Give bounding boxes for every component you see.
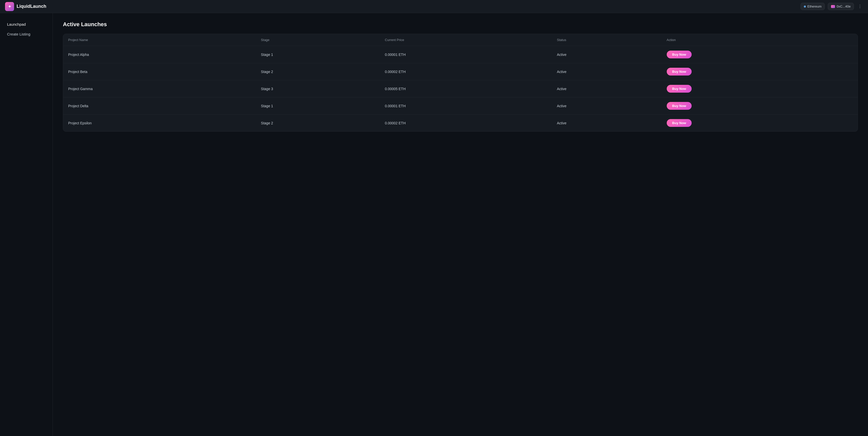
launches-table-container: Project Name Stage Current Price Status … (63, 34, 858, 132)
cell-project-name: Project Delta (63, 97, 256, 115)
col-header-action: Action (662, 34, 858, 46)
sidebar: Launchpad Create Listing (0, 13, 53, 436)
buy-now-button-3[interactable]: Buy Now (667, 102, 692, 110)
launches-table: Project Name Stage Current Price Status … (63, 34, 858, 132)
buy-now-button-0[interactable]: Buy Now (667, 51, 692, 58)
cell-project-name: Project Epsilon (63, 115, 256, 132)
cell-action: Buy Now (662, 63, 858, 80)
buy-now-button-2[interactable]: Buy Now (667, 85, 692, 93)
cell-stage: Stage 3 (256, 80, 380, 97)
cell-status: Active (552, 80, 662, 97)
cell-status: Active (552, 63, 662, 80)
main-content: Active Launches Project Name Stage Curre… (53, 13, 868, 436)
cell-project-name: Project Beta (63, 63, 256, 80)
table-row: Project AlphaStage 10.00001 ETHActiveBuy… (63, 46, 858, 63)
more-options-button[interactable]: ⋮ (857, 3, 863, 10)
app-layout: Launchpad Create Listing Active Launches… (0, 13, 868, 436)
cell-project-name: Project Gamma (63, 80, 256, 97)
header-left: ✦ LiquidLaunch (5, 2, 46, 11)
header-right: Ethereum 0xC...40e ⋮ (801, 3, 863, 10)
table-row: Project GammaStage 30.00005 ETHActiveBuy… (63, 80, 858, 97)
sidebar-item-create-listing-label: Create Listing (7, 32, 30, 36)
cell-stage: Stage 2 (256, 115, 380, 132)
cell-stage: Stage 2 (256, 63, 380, 80)
buy-now-button-1[interactable]: Buy Now (667, 68, 692, 76)
network-badge[interactable]: Ethereum (801, 3, 825, 10)
wallet-address: 0xC...40e (837, 4, 850, 8)
cell-current-price: 0.00001 ETH (380, 46, 552, 63)
table-row: Project DeltaStage 10.00001 ETHActiveBuy… (63, 97, 858, 115)
col-header-project-name: Project Name (63, 34, 256, 46)
cell-action: Buy Now (662, 46, 858, 63)
wallet-badge[interactable]: 0xC...40e (828, 3, 854, 10)
cell-stage: Stage 1 (256, 97, 380, 115)
cell-action: Buy Now (662, 80, 858, 97)
cell-status: Active (552, 97, 662, 115)
cell-current-price: 0.00005 ETH (380, 80, 552, 97)
cell-status: Active (552, 46, 662, 63)
col-header-stage: Stage (256, 34, 380, 46)
network-name: Ethereum (807, 4, 822, 8)
cell-current-price: 0.00002 ETH (380, 63, 552, 80)
cell-project-name: Project Alpha (63, 46, 256, 63)
buy-now-button-4[interactable]: Buy Now (667, 119, 692, 127)
network-dot-icon (804, 5, 806, 7)
cell-stage: Stage 1 (256, 46, 380, 63)
cell-current-price: 0.00001 ETH (380, 97, 552, 115)
table-row: Project EpsilonStage 20.00002 ETHActiveB… (63, 115, 858, 132)
page-title: Active Launches (63, 21, 858, 28)
app-title: LiquidLaunch (17, 4, 46, 9)
app-logo-icon: ✦ (5, 2, 14, 11)
sidebar-item-launchpad-label: Launchpad (7, 22, 26, 26)
wallet-icon (831, 5, 835, 8)
col-header-current-price: Current Price (380, 34, 552, 46)
table-row: Project BetaStage 20.00002 ETHActiveBuy … (63, 63, 858, 80)
app-header: ✦ LiquidLaunch Ethereum 0xC...40e ⋮ (0, 0, 868, 13)
table-header: Project Name Stage Current Price Status … (63, 34, 858, 46)
sidebar-item-launchpad[interactable]: Launchpad (2, 20, 51, 29)
col-header-status: Status (552, 34, 662, 46)
cell-action: Buy Now (662, 97, 858, 115)
table-header-row: Project Name Stage Current Price Status … (63, 34, 858, 46)
cell-action: Buy Now (662, 115, 858, 132)
cell-current-price: 0.00002 ETH (380, 115, 552, 132)
cell-status: Active (552, 115, 662, 132)
sidebar-item-create-listing[interactable]: Create Listing (2, 29, 51, 39)
table-body: Project AlphaStage 10.00001 ETHActiveBuy… (63, 46, 858, 132)
